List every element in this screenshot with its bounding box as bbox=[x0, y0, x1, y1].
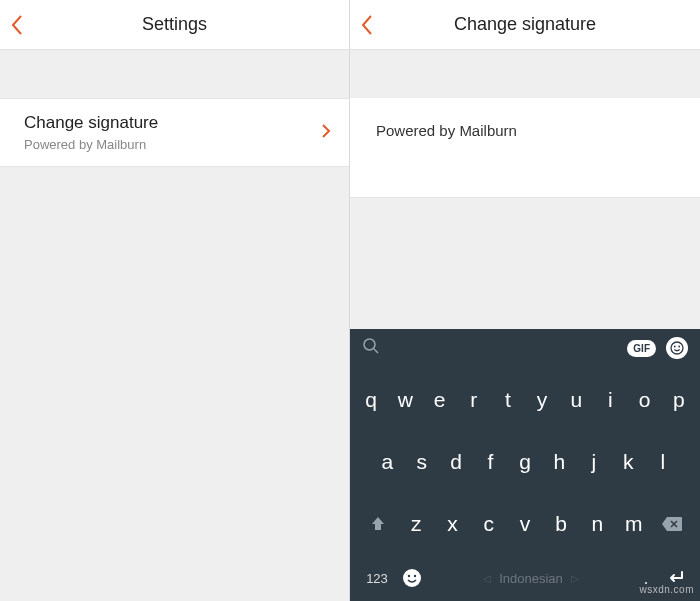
page-title: Settings bbox=[0, 14, 349, 35]
key-row-2: a s d f g h j k l bbox=[354, 440, 696, 484]
svg-point-7 bbox=[403, 569, 421, 587]
key-row-3: z x c v b n m bbox=[354, 502, 696, 546]
key-u[interactable]: u bbox=[561, 378, 591, 422]
key-m[interactable]: m bbox=[619, 502, 649, 546]
navbar-change-signature: Change signature bbox=[350, 0, 700, 50]
key-q[interactable]: q bbox=[356, 378, 386, 422]
navbar-settings: Settings bbox=[0, 0, 349, 50]
key-d[interactable]: d bbox=[441, 440, 471, 484]
cell-text: Change signature Powered by Mailburn bbox=[24, 113, 321, 152]
back-button[interactable] bbox=[360, 0, 374, 50]
key-s[interactable]: s bbox=[407, 440, 437, 484]
key-n[interactable]: n bbox=[582, 502, 612, 546]
key-j[interactable]: j bbox=[579, 440, 609, 484]
chevron-right-icon bbox=[321, 123, 331, 143]
svg-point-8 bbox=[408, 575, 410, 577]
key-row-1: q w e r t y u i o p bbox=[354, 378, 696, 422]
settings-pane: Settings Change signature Powered by Mai… bbox=[0, 0, 350, 601]
spacebar-language[interactable]: ◁ Indonesian ▷ bbox=[430, 571, 632, 586]
emoji-key[interactable] bbox=[398, 556, 426, 600]
key-y[interactable]: y bbox=[527, 378, 557, 422]
prev-language-icon: ◁ bbox=[483, 573, 491, 584]
keyboard: GIF q w e r t y u i o p a s d bbox=[350, 329, 700, 601]
key-v[interactable]: v bbox=[510, 502, 540, 546]
backspace-key[interactable] bbox=[655, 502, 689, 546]
change-signature-cell[interactable]: Change signature Powered by Mailburn bbox=[0, 98, 349, 167]
numbers-key[interactable]: 123 bbox=[360, 556, 394, 600]
key-g[interactable]: g bbox=[510, 440, 540, 484]
chevron-left-icon bbox=[10, 14, 24, 36]
key-k[interactable]: k bbox=[613, 440, 643, 484]
svg-point-4 bbox=[678, 346, 680, 348]
next-language-icon: ▷ bbox=[571, 573, 579, 584]
page-title: Change signature bbox=[350, 14, 700, 35]
svg-point-9 bbox=[414, 575, 416, 577]
key-x[interactable]: x bbox=[438, 502, 468, 546]
cell-primary-label: Change signature bbox=[24, 113, 321, 133]
enter-key[interactable] bbox=[660, 556, 690, 600]
key-t[interactable]: t bbox=[493, 378, 523, 422]
key-r[interactable]: r bbox=[459, 378, 489, 422]
svg-point-2 bbox=[671, 342, 683, 354]
keyboard-bottom-row: 123 ◁ Indonesian ▷ . bbox=[350, 555, 700, 601]
key-c[interactable]: c bbox=[474, 502, 504, 546]
key-e[interactable]: e bbox=[424, 378, 454, 422]
svg-line-1 bbox=[374, 349, 378, 353]
chevron-left-icon bbox=[360, 14, 374, 36]
key-o[interactable]: o bbox=[630, 378, 660, 422]
key-i[interactable]: i bbox=[595, 378, 625, 422]
signature-editor[interactable]: Powered by Mailburn bbox=[350, 98, 700, 198]
key-h[interactable]: h bbox=[544, 440, 574, 484]
key-z[interactable]: z bbox=[401, 502, 431, 546]
search-icon[interactable] bbox=[362, 337, 380, 359]
language-label: Indonesian bbox=[499, 571, 563, 586]
change-signature-pane: Change signature Powered by Mailburn GIF… bbox=[350, 0, 700, 601]
section-spacer bbox=[350, 50, 700, 98]
cell-secondary-label: Powered by Mailburn bbox=[24, 137, 321, 152]
keyboard-rows: q w e r t y u i o p a s d f g h j k l bbox=[350, 367, 700, 555]
key-f[interactable]: f bbox=[476, 440, 506, 484]
shift-key[interactable] bbox=[361, 502, 395, 546]
key-p[interactable]: p bbox=[664, 378, 694, 422]
section-spacer bbox=[0, 50, 349, 98]
sticker-button[interactable] bbox=[666, 337, 688, 359]
keyboard-toolbar: GIF bbox=[350, 329, 700, 367]
key-a[interactable]: a bbox=[372, 440, 402, 484]
key-b[interactable]: b bbox=[546, 502, 576, 546]
key-l[interactable]: l bbox=[648, 440, 678, 484]
gif-button[interactable]: GIF bbox=[627, 340, 656, 357]
svg-point-3 bbox=[674, 346, 676, 348]
key-w[interactable]: w bbox=[390, 378, 420, 422]
svg-point-0 bbox=[364, 339, 375, 350]
period-key[interactable]: . bbox=[636, 556, 656, 600]
back-button[interactable] bbox=[10, 0, 24, 50]
